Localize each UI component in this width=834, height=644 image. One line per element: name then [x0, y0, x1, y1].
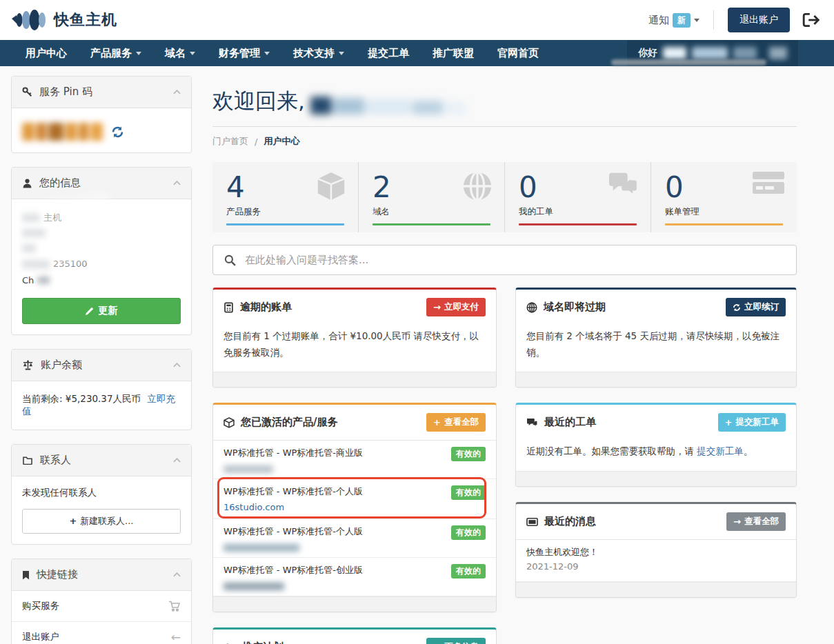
bookmark-icon [22, 570, 30, 580]
quick-links-header: 快捷链接 [12, 559, 191, 591]
quick-link-order-services[interactable]: 购买服务 [12, 591, 191, 621]
divider [212, 126, 797, 127]
status-badge: 有效的 [451, 485, 486, 500]
your-info-body: 主机 235100 Ch 更新 [12, 199, 191, 334]
refresh-pin-icon[interactable] [111, 125, 124, 139]
nav-item-open-ticket[interactable]: 提交工单 [356, 40, 421, 66]
contacts-body: 未发现任何联系人 + 新建联系人... [12, 476, 191, 544]
nav-item-support[interactable]: 技术支持 [281, 40, 356, 66]
kb-search [212, 245, 797, 275]
product-row[interactable]: WP标准托管 - WP标准托管-商业版 有效的 [213, 441, 496, 479]
stat-label: 账单管理 [665, 206, 783, 218]
product-row-highlighted[interactable]: WP标准托管 - WP标准托管-个人版 有效的 16studio.com [213, 479, 496, 519]
cube-icon [315, 170, 347, 202]
stat-accent-bar [519, 223, 637, 225]
nav-item-products[interactable]: 产品服务 [79, 40, 153, 66]
nav-item-domains[interactable]: 域名 [153, 40, 207, 66]
more-info-button[interactable]: → 更多信息 [426, 638, 486, 644]
stat-tile-tickets[interactable]: 0 我的工单 [504, 162, 651, 232]
account-balance-title: 账户余额 [41, 359, 82, 372]
quick-links-title: 快捷链接 [37, 568, 78, 581]
nav-item-affiliates[interactable]: 推广联盟 [421, 40, 486, 66]
globe-icon [526, 302, 537, 313]
product-name: WP标准托管 - WP标准托管-个人版 [224, 485, 363, 498]
open-ticket-link[interactable]: 提交新工单 [697, 445, 744, 456]
greeting-label: 你好 [638, 47, 657, 59]
stat-tile-products[interactable]: 4 产品服务 [212, 162, 358, 232]
redacted-username [692, 47, 728, 59]
expiring-domains-panel: 域名即将过期 立即续订 [515, 288, 797, 388]
collapse-chevron-icon[interactable] [173, 572, 181, 577]
notifications-label: 通知 [648, 14, 669, 27]
open-ticket-button[interactable]: + 提交新工单 [718, 413, 786, 432]
service-pin-title: 服务 Pin 码 [39, 85, 92, 99]
view-all-news-button[interactable]: → 查看全部 [726, 512, 786, 531]
affiliate-title: 推广计划 [242, 641, 284, 644]
stat-label: 我的工单 [519, 206, 637, 218]
pay-now-button[interactable]: → 立即支付 [426, 298, 486, 316]
stat-accent-bar [665, 223, 783, 225]
main-navbar: 用户中心 产品服务 域名 财务管理 技术支持 提交工单 推广联盟 官网首页 你好 [0, 40, 834, 66]
service-pin-panel: 服务 Pin 码 [11, 76, 192, 153]
panel-footer [516, 582, 796, 597]
brand-name: 快鱼主机 [54, 10, 117, 30]
caret-down-icon [264, 52, 270, 58]
account-balance-header: 账户余额 [12, 350, 191, 381]
stat-label: 域名 [373, 206, 490, 218]
new-contact-button[interactable]: + 新建联系人... [22, 509, 181, 534]
search-input[interactable] [212, 245, 797, 275]
collapse-chevron-icon[interactable] [173, 363, 181, 368]
product-domain-link[interactable]: 16studio.com [224, 502, 284, 512]
breadcrumb: 门户首页 / 用户中心 [212, 135, 797, 148]
panel-footer [516, 372, 796, 387]
logout-button[interactable]: 退出账户 [728, 8, 790, 32]
view-all-products-button[interactable]: + 查看全部 [426, 413, 486, 432]
update-info-button[interactable]: 更新 [22, 298, 181, 324]
collapse-chevron-icon[interactable] [173, 181, 181, 185]
credit-card-icon [751, 170, 786, 195]
quick-link-logout[interactable]: 退出账户 ← [12, 621, 191, 644]
status-badge: 有效的 [451, 525, 486, 540]
collapse-chevron-icon[interactable] [173, 90, 181, 94]
notifications-badge: 新 [673, 13, 691, 28]
overdue-invoices-body: 您目前有 1 个过期账单，合计 ¥10.00人民币 请尽快支付，以免服务被取消。 [213, 325, 496, 372]
product-row[interactable]: WP标准托管 - WP标准托管-创业版 有效的 [213, 558, 496, 596]
redacted-info-line [22, 241, 181, 256]
expiring-domains-body: 您目前有 2 个域名将于 45 天后过期，请尽快续期，以免被注销。 [516, 325, 796, 372]
nav-item-user-center[interactable]: 用户中心 [14, 40, 79, 66]
collapse-chevron-icon[interactable] [173, 458, 181, 463]
product-name: WP标准托管 - WP标准托管-个人版 [224, 525, 363, 538]
nav-item-billing[interactable]: 财务管理 [207, 40, 281, 66]
recent-news-header: 最近的消息 → 查看全部 [516, 504, 796, 540]
nav-item-homepage[interactable]: 官网首页 [486, 40, 550, 66]
divider [713, 10, 714, 30]
caret-down-icon [136, 52, 141, 58]
stat-tile-domains[interactable]: 2 域名 [358, 162, 504, 232]
search-icon [224, 254, 236, 266]
contacts-panel: 联系人 未发现任何联系人 + 新建联系人... [11, 444, 192, 545]
plus-icon: + [725, 418, 733, 427]
panel-footer [213, 372, 496, 387]
redacted-domain [224, 465, 273, 473]
calculator-icon [224, 302, 234, 313]
breadcrumb-current: 用户中心 [264, 135, 299, 148]
newspaper-icon [526, 517, 538, 527]
cube-icon [224, 417, 235, 428]
expiring-domains-header: 域名即将过期 立即续订 [516, 290, 796, 325]
key-icon [22, 87, 32, 97]
breadcrumb-home[interactable]: 门户首页 [212, 135, 248, 148]
arrow-right-icon: → [733, 517, 741, 526]
notifications-menu[interactable]: 通知 新 [648, 13, 699, 28]
renew-now-button[interactable]: 立即续订 [726, 298, 786, 316]
user-icon [22, 178, 32, 188]
brand-logo[interactable]: 快鱼主机 [11, 7, 117, 33]
news-item[interactable]: 快鱼主机欢迎您！ 2021-12-09 [516, 540, 796, 582]
topbar: 快鱼主机 通知 新 退出账户 [0, 0, 834, 40]
stat-accent-bar [226, 223, 344, 225]
product-row[interactable]: WP标准托管 - WP标准托管-个人版 有效的 [213, 519, 496, 558]
service-pin-body [12, 108, 191, 152]
product-name: WP标准托管 - WP标准托管-创业版 [224, 564, 363, 576]
stat-tile-invoices[interactable]: 0 账单管理 [651, 162, 797, 232]
topbar-actions: 通知 新 退出账户 [648, 8, 820, 32]
sign-out-icon[interactable] [802, 12, 820, 28]
